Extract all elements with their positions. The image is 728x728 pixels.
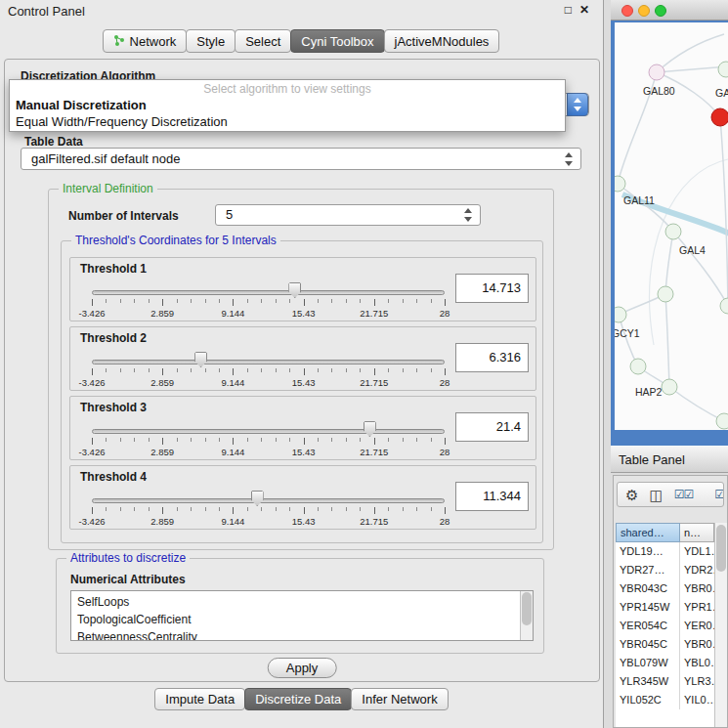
select-icon[interactable]: ☑ [714, 489, 724, 500]
column-header-shared-name[interactable]: shared… [616, 523, 680, 542]
tab-network[interactable]: Network [103, 29, 188, 53]
table-cell[interactable]: YBR0… [680, 635, 714, 654]
table-cell[interactable]: YDR2… [680, 561, 714, 579]
table-cell[interactable]: YBL079W [616, 654, 680, 672]
network-edge [665, 294, 669, 387]
network-node[interactable] [665, 224, 681, 239]
table-cell[interactable]: YBR0… [680, 579, 714, 598]
threshold-slider-thumb[interactable] [194, 352, 207, 367]
threshold-slider-thumb[interactable] [288, 282, 301, 298]
table-cell[interactable]: YIL052C [616, 691, 680, 709]
scrollbar-thumb[interactable] [716, 525, 726, 572]
screen: Control Panel □ ✕ Network Style Select C [0, 0, 728, 728]
network-node[interactable] [615, 176, 625, 192]
thresholds-group: Threshold's Coordinates for 5 Intervals … [61, 240, 543, 543]
gear-icon[interactable]: ⚙ [625, 488, 638, 502]
number-of-intervals-combo[interactable]: 5 [215, 204, 481, 226]
network-node[interactable] [711, 108, 728, 126]
network-window-titlebar[interactable] [611, 0, 728, 21]
list-scrollbar[interactable] [520, 591, 533, 640]
table-row[interactable]: YLR345WYLR3… [616, 672, 714, 691]
table-cell[interactable]: YDL1… [680, 542, 714, 561]
tab-jactivemnodules[interactable]: jActiveMNodules [384, 29, 500, 53]
table-row[interactable]: YBR045CYBR0… [616, 635, 714, 654]
list-item[interactable]: SelfLoops [71, 593, 519, 611]
scale-tick-label: -3.426 [79, 516, 106, 527]
network-node[interactable] [720, 298, 728, 314]
threshold-slider-track[interactable] [92, 498, 445, 503]
minimize-button[interactable] [638, 5, 650, 17]
close-icon[interactable]: ✕ [579, 3, 589, 17]
threshold-label: Threshold 3 [80, 401, 147, 414]
tab-style[interactable]: Style [186, 29, 236, 53]
table-row[interactable]: YDL19…YDL1… [616, 542, 714, 561]
table-row[interactable]: YIL052CYIL0… [616, 691, 714, 709]
threshold-value-field[interactable]: 14.713 [455, 274, 529, 303]
dropdown-option-equal-width[interactable]: Equal Width/Frequency Discretization [16, 114, 228, 129]
table-cell[interactable]: YER054C [616, 617, 680, 635]
scale-tick-label: 9.144 [222, 377, 245, 388]
threshold-slider-track[interactable] [92, 360, 445, 364]
numerical-attributes-label: Numerical Attributes [70, 573, 186, 586]
list-item[interactable]: TopologicalCoefficient [71, 611, 519, 628]
tab-infer-network[interactable]: Infer Network [351, 688, 448, 710]
table-cell[interactable]: YPR145W [616, 598, 680, 617]
tab-impute-data[interactable]: Impute Data [154, 688, 245, 710]
scale-tick-label: -3.426 [79, 447, 106, 457]
table-cell[interactable]: YLR3… [680, 672, 714, 691]
tab-discretize-data[interactable]: Discretize Data [244, 688, 352, 710]
columns-icon[interactable]: ◫ [649, 488, 663, 502]
table-row[interactable]: YER054CYER0… [616, 617, 714, 635]
spinner-icon [565, 152, 574, 166]
threshold-slider-track[interactable] [92, 429, 445, 434]
network-node[interactable] [662, 379, 677, 395]
table-row[interactable]: YDR27…YDR2… [616, 561, 714, 579]
threshold-slider-track[interactable] [92, 290, 445, 295]
list-item[interactable]: BetweennessCentrality [71, 628, 519, 641]
cyni-toolbox-panel: Discretization Algorithm Select algorith… [4, 59, 600, 682]
table-row[interactable]: YBL079WYBL0… [616, 654, 714, 672]
network-node-label: GCY1 [615, 327, 640, 339]
network-node[interactable] [615, 307, 626, 322]
scrollbar-thumb[interactable] [522, 592, 532, 625]
combo-arrows-icon[interactable] [567, 93, 588, 116]
table-row[interactable]: YBR043CYBR0… [616, 579, 714, 598]
dropdown-option-manual[interactable]: Manual Discretization [16, 98, 147, 112]
table-cell[interactable]: YBR045C [616, 635, 680, 654]
number-of-intervals-value: 5 [226, 207, 233, 222]
table-data-combo[interactable]: galFiltered.sif default node [21, 148, 581, 170]
network-node[interactable] [630, 359, 646, 374]
apply-button[interactable]: Apply [268, 658, 337, 678]
float-window-icon[interactable]: □ [565, 3, 572, 17]
table-cell[interactable]: YBL0… [680, 654, 714, 672]
numerical-attributes-list: SelfLoopsTopologicalCoefficientBetweenne… [71, 593, 519, 641]
table-cell[interactable]: YER0… [680, 617, 714, 635]
network-node[interactable] [658, 286, 673, 302]
table-row[interactable]: YPR145WYPR1… [616, 598, 714, 617]
number-of-intervals-label: Number of Intervals [68, 209, 179, 223]
select-all-icon[interactable]: ☑☑ [674, 489, 694, 500]
close-button[interactable] [621, 5, 633, 17]
interval-definition-group: Interval Definition Number of Intervals … [48, 189, 554, 550]
network-node[interactable] [718, 62, 728, 77]
table-cell[interactable]: YDL19… [616, 542, 680, 561]
column-header-name[interactable]: n… [680, 523, 714, 542]
threshold-value-field[interactable]: 21.4 [455, 412, 529, 442]
threshold-slider-thumb[interactable] [364, 421, 376, 437]
table-cell[interactable]: YDR27… [616, 561, 680, 579]
table-scrollbar[interactable] [714, 523, 727, 727]
threshold-slider-thumb[interactable] [251, 491, 264, 506]
network-node[interactable] [716, 413, 728, 429]
tab-cyni-toolbox[interactable]: Cyni Toolbox [290, 29, 384, 53]
table-panel: ⚙ ◫ ☑☑ ☑ shared… n… YDL19…YDL1…YDR27…YDR… [613, 475, 728, 728]
table-cell[interactable]: YBR043C [616, 579, 680, 598]
threshold-value-field[interactable]: 11.344 [455, 482, 529, 511]
table-cell[interactable]: YLR345W [616, 672, 680, 691]
threshold-value-field[interactable]: 6.316 [455, 343, 529, 372]
network-node[interactable] [649, 64, 664, 80]
table-cell[interactable]: YPR1… [680, 598, 714, 617]
network-canvas[interactable]: GAL80GAGAL11GAL4GCY1HAP2 [615, 22, 728, 430]
zoom-button[interactable] [655, 5, 666, 17]
table-cell[interactable]: YIL0… [680, 691, 714, 709]
tab-select[interactable]: Select [235, 29, 291, 53]
